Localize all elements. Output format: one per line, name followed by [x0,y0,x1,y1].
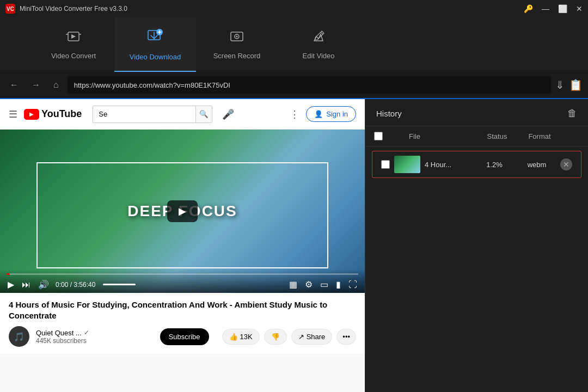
fullscreen-button[interactable]: ⛶ [347,280,358,290]
title-bar: VC MiniTool Video Converter Free v3.3.0 … [0,0,588,17]
screen-record-icon [229,29,244,47]
key-icon: 🔑 [524,4,533,13]
edit-video-icon [311,29,326,47]
video-time: 0:00 / 3:56:40 [56,281,95,289]
row-filename: 4 Hour... [425,161,471,169]
app-title: MiniTool Video Converter Free v3.3.0 [20,5,127,13]
address-bar: ← → ⌂ ⇓ 📋 [0,72,588,99]
video-background: DEEP FOCUS [0,130,365,293]
file-column-header: File [409,132,474,140]
like-icon: 👍 [229,333,238,341]
controls-row: ▶ ⏭ 🔊 0:00 / 3:56:40 ▦ ⚙ ▭ ▮ ⛶ [7,279,358,290]
format-column-header: Format [520,132,559,140]
history-header: History 🗑 [365,99,588,126]
clipboard-button[interactable]: 📋 [569,78,583,91]
progress-bar[interactable] [7,273,358,275]
close-button[interactable]: ✕ [576,5,583,13]
tab-video-convert[interactable]: Video Convert [33,17,114,72]
action-buttons: 👍 13K 👎 ↗ Share ••• [222,329,357,345]
youtube-logo-text: YouTube [41,108,82,120]
app-icon: VC [5,4,15,14]
main-content: ☰ YouTube 🔍 🎤 ⋮ 👤 Sign in [0,99,588,392]
dislike-icon: 👎 [271,333,280,341]
youtube-logo-icon [24,109,39,120]
row-status: 1.2% [475,161,513,169]
tab-edit-video-label: Edit Video [302,52,334,60]
share-icon: ↗ [298,333,304,341]
youtube-header: ☰ YouTube 🔍 🎤 ⋮ 👤 Sign in [0,99,365,130]
video-download-icon [146,28,164,48]
share-button[interactable]: ↗ Share [291,329,333,345]
search-button[interactable]: 🔍 [195,106,212,123]
youtube-search[interactable]: 🔍 [93,106,212,123]
history-panel: History 🗑 File Status Format 4 Hour... 1… [365,99,588,392]
youtube-logo[interactable]: YouTube [24,108,82,120]
signin-label: Sign in [326,110,348,118]
tab-video-convert-label: Video Convert [51,52,96,60]
title-bar-controls: 🔑 — ⬜ ✕ [524,4,583,13]
forward-button[interactable]: → [27,78,45,92]
mic-icon[interactable]: 🎤 [222,108,234,120]
video-title: 4 Hours of Music For Studying, Concentra… [9,299,356,321]
settings-button[interactable]: ⚙ [304,279,314,290]
subscriber-count: 445K subscribers [36,337,154,345]
menu-icon[interactable]: ☰ [9,108,17,120]
channel-info: Quiet Quest ... ✓ 445K subscribers [36,329,154,345]
svg-point-5 [236,35,238,37]
signin-button[interactable]: 👤 Sign in [306,106,356,122]
play-pause-button[interactable]: ▶ [7,279,15,290]
more-actions-button[interactable]: ••• [336,329,356,345]
history-row: 4 Hour... 1.2% webm ✕ [372,151,581,178]
address-input[interactable] [68,76,551,94]
theater-button[interactable]: ▮ [335,279,342,290]
channel-avatar: 🎵 [9,326,29,347]
tab-edit-video[interactable]: Edit Video [278,17,359,72]
row-close-button[interactable]: ✕ [560,158,572,170]
captions-button[interactable]: ▦ [288,279,298,290]
next-button[interactable]: ⏭ [21,280,32,290]
tab-screen-record[interactable]: Screen Record [196,17,278,72]
search-input[interactable] [93,110,195,118]
title-bar-left: VC MiniTool Video Converter Free v3.3.0 [5,4,127,14]
subscribe-button[interactable]: Subscribe [160,328,209,345]
row-format: webm [518,161,556,169]
select-all-checkbox[interactable] [374,132,383,140]
delete-all-button[interactable]: 🗑 [567,108,577,119]
right-controls: ▦ ⚙ ▭ ▮ ⛶ [288,279,358,290]
video-controls: ▶ ⏭ 🔊 0:00 / 3:56:40 ▦ ⚙ ▭ ▮ ⛶ [0,269,365,293]
volume-slider[interactable] [103,284,136,285]
dislike-button[interactable]: 👎 [264,329,287,345]
video-container: DEEP FOCUS ▶ ⏭ 🔊 0:00 / 3:56:40 ▦ ⚙ ▭ [0,130,365,293]
video-convert-icon [66,29,81,47]
tab-video-download[interactable]: Video Download [114,17,196,72]
browser-panel: ☰ YouTube 🔍 🎤 ⋮ 👤 Sign in [0,99,365,392]
history-title: History [376,109,402,118]
account-icon: 👤 [314,110,323,118]
volume-button[interactable]: 🔊 [37,279,50,290]
row-checkbox[interactable] [381,160,390,169]
like-button[interactable]: 👍 13K [222,329,260,345]
tab-video-download-label: Video Download [130,53,181,61]
play-button[interactable] [167,200,198,222]
minimize-button[interactable]: — [542,5,549,13]
download-button[interactable]: ⇓ [555,78,565,91]
thumbnail-image [394,156,420,173]
channel-name: Quiet Quest ... ✓ [36,329,154,337]
nav-tabs: Video Convert Video Download Screen Reco… [0,17,588,72]
tab-screen-record-label: Screen Record [213,52,261,60]
miniplayer-button[interactable]: ▭ [319,279,329,290]
like-count: 13K [240,333,253,341]
share-label: Share [307,333,326,341]
more-options-icon[interactable]: ⋮ [290,108,299,120]
channel-row: 🎵 Quiet Quest ... ✓ 445K subscribers Sub… [9,326,356,347]
progress-fill [7,273,10,275]
maximize-button[interactable]: ⬜ [558,5,567,13]
back-button[interactable]: ← [5,78,23,92]
home-button[interactable]: ⌂ [49,78,63,92]
video-info: 4 Hours of Music For Studying, Concentra… [0,293,365,353]
status-column-header: Status [478,132,516,140]
search-icon: 🔍 [199,110,209,118]
history-table-header: File Status Format [365,126,588,146]
verified-badge: ✓ [84,329,89,336]
row-thumbnail [394,156,420,173]
